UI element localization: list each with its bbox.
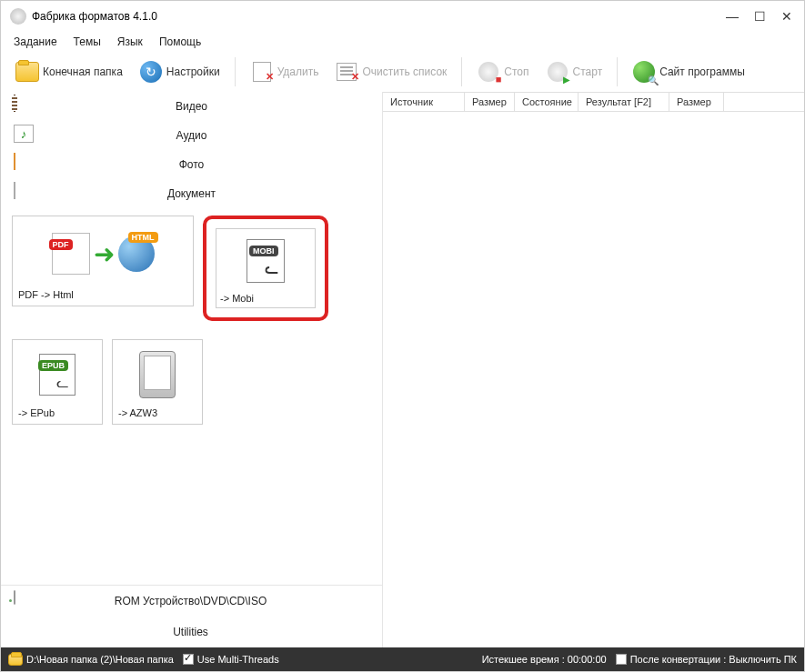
multithread-checkbox[interactable]: Use Multi-Threads <box>183 654 279 665</box>
label: Use Multi-Threads <box>197 654 279 665</box>
video-icon <box>14 95 35 117</box>
label: Старт <box>573 65 603 78</box>
settings-icon: ↻ <box>139 60 163 84</box>
remove-button[interactable]: Удалить <box>245 58 325 85</box>
menubar: Задание Темы Язык Помощь <box>1 32 804 52</box>
separator <box>461 57 462 86</box>
gear-icon <box>14 622 34 642</box>
label: После конвертации : Выключить ПК <box>630 654 797 665</box>
clear-icon <box>335 60 358 84</box>
col-size[interactable]: Размер <box>465 93 515 111</box>
device-icon <box>139 351 176 398</box>
stop-button[interactable]: Стоп <box>471 58 534 85</box>
tile-pdf-html[interactable]: PDF ➜ HTML PDF -> Html <box>12 216 194 306</box>
checkbox-icon <box>616 654 627 665</box>
tile-label: -> AZW3 <box>118 404 196 418</box>
separator <box>235 57 236 86</box>
folder-icon <box>8 654 23 666</box>
stop-icon <box>477 60 500 84</box>
label: Документ <box>46 187 337 200</box>
photo-icon <box>14 154 35 176</box>
category-video[interactable]: Видео <box>1 92 382 121</box>
label: Очистить список <box>362 65 447 78</box>
col-result[interactable]: Результат [F2] <box>579 93 669 111</box>
category-photo[interactable]: Фото <box>1 150 382 179</box>
tile-label: -> Mobi <box>220 289 311 304</box>
label: ROM Устройство\DVD\CD\ISO <box>45 595 337 607</box>
label: Аудио <box>46 129 337 142</box>
start-icon <box>546 60 569 84</box>
separator <box>617 57 618 86</box>
tile-label: -> EPub <box>18 404 96 418</box>
label: Настройки <box>166 65 220 78</box>
output-folder-button[interactable]: Конечная папка <box>10 58 128 85</box>
right-pane: Источник Размер Состояние Результат [F2]… <box>383 92 804 647</box>
remove-icon <box>250 60 274 84</box>
menu-task[interactable]: Задание <box>14 35 57 48</box>
pdf-icon: PDF <box>52 233 90 275</box>
folder-icon <box>15 60 39 84</box>
label: Видео <box>46 100 337 113</box>
label: Фото <box>46 158 337 171</box>
output-path[interactable]: D:\Новая папка (2)\Новая папка <box>8 654 174 666</box>
table-header: Источник Размер Состояние Результат [F2]… <box>383 92 804 112</box>
mobi-icon: MOBI <box>247 239 285 283</box>
sidebar: Видео ♪ Аудио Фото Документ PDF ➜ HTM <box>1 92 383 647</box>
audio-icon: ♪ <box>14 125 35 146</box>
menu-help[interactable]: Помощь <box>159 35 201 48</box>
tile-epub[interactable]: EPUB -> EPub <box>12 339 103 425</box>
window-title: Фабрика форматов 4.1.0 <box>32 10 724 23</box>
epub-icon: EPUB <box>39 354 75 396</box>
html-icon: HTML <box>118 236 155 272</box>
col-state[interactable]: Состояние <box>515 93 579 111</box>
site-button[interactable]: Сайт программы <box>627 58 750 85</box>
document-icon <box>14 183 35 205</box>
tile-label: PDF -> Html <box>18 286 187 300</box>
titlebar: Фабрика форматов 4.1.0 — ☐ ✕ <box>1 1 804 32</box>
start-button[interactable]: Старт <box>540 58 609 85</box>
maximize-button[interactable]: ☐ <box>751 9 768 24</box>
category-rom[interactable]: ROM Устройство\DVD\CD\ISO <box>1 586 382 617</box>
app-icon <box>10 8 26 25</box>
label: Конечная папка <box>43 65 123 78</box>
statusbar: D:\Новая папка (2)\Новая папка Use Multi… <box>1 647 804 671</box>
tile-azw3[interactable]: -> AZW3 <box>112 339 203 425</box>
toolbar: Конечная папка ↻ Настройки Удалить Очист… <box>1 52 804 92</box>
arrow-icon: ➜ <box>94 239 115 269</box>
table-body <box>383 112 804 647</box>
drive-icon <box>14 591 34 611</box>
label: Utilities <box>45 626 337 638</box>
tile-mobi[interactable]: MOBI -> Mobi <box>203 216 328 321</box>
checkbox-icon <box>183 654 194 665</box>
category-utilities[interactable]: Utilities <box>1 617 382 647</box>
globe-icon <box>632 60 656 84</box>
minimize-button[interactable]: — <box>724 9 740 24</box>
settings-button[interactable]: ↻ Настройки <box>134 58 226 85</box>
category-audio[interactable]: ♪ Аудио <box>1 121 382 150</box>
label: Сайт программы <box>659 65 745 78</box>
menu-lang[interactable]: Язык <box>117 35 143 48</box>
close-button[interactable]: ✕ <box>779 9 795 24</box>
path-text: D:\Новая папка (2)\Новая папка <box>26 654 174 665</box>
elapsed-time: Истекшее время : 00:00:00 <box>482 654 607 665</box>
menu-themes[interactable]: Темы <box>74 35 101 48</box>
category-document[interactable]: Документ <box>1 179 382 208</box>
clear-list-button[interactable]: Очистить список <box>329 58 452 85</box>
after-convert-checkbox[interactable]: После конвертации : Выключить ПК <box>616 654 797 665</box>
tiles-area: PDF ➜ HTML PDF -> Html MOBI -> Mobi <box>1 208 382 585</box>
col-size2[interactable]: Размер <box>669 93 724 111</box>
label: Удалить <box>277 65 319 78</box>
col-source[interactable]: Источник <box>383 93 465 111</box>
label: Стоп <box>504 65 528 78</box>
